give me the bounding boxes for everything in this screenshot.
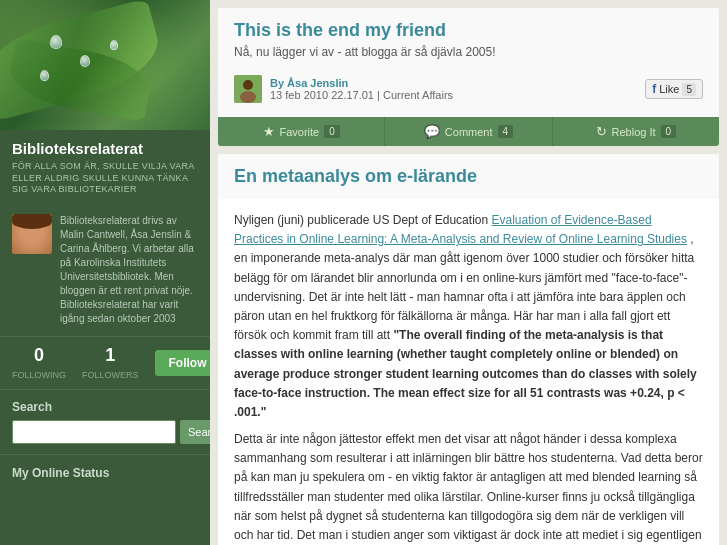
fb-like-1[interactable]: f Like 5: [645, 79, 703, 99]
blog-subtitle: FÖR ALLA SOM ÄR, SKULLE VILJA VARA ELLER…: [12, 161, 198, 196]
favorite-label-1: Favorite: [280, 126, 320, 138]
post-actions-1: ★ Favorite 0 💬 Comment 4 ↻ Reblog It 0: [218, 117, 719, 146]
fb-count-1: 5: [682, 83, 696, 96]
facebook-icon-1: f: [652, 82, 656, 96]
body-paragraph-2: Detta är inte någon jättestor effekt men…: [234, 430, 703, 545]
author-avatar-1: [234, 75, 262, 103]
post-title-1[interactable]: This is the end my friend: [234, 20, 703, 41]
online-status-label: My Online Status: [12, 466, 109, 480]
author-name-1[interactable]: By Åsa Jenslin: [270, 77, 348, 89]
following-count: 0: [12, 345, 66, 366]
sidebar-search-section: Search Search: [0, 390, 210, 455]
comment-button-1[interactable]: 💬 Comment 4: [385, 117, 552, 146]
fb-like-label-1: Like: [659, 83, 679, 95]
followers-label: FOLLOWERS: [82, 370, 139, 380]
favorite-button-1[interactable]: ★ Favorite 0: [218, 117, 385, 146]
blog-title: Biblioteksrelaterat: [12, 140, 198, 157]
post-author-1: By Åsa Jenslin 13 feb 2010 22.17.01 | Cu…: [234, 75, 453, 103]
search-input[interactable]: [12, 420, 176, 444]
following-stat: 0 FOLLOWING: [12, 345, 66, 381]
post-body-2: Nyligen (juni) publicerade US Dept of Ed…: [218, 199, 719, 545]
reblog-button-1[interactable]: ↻ Reblog It 0: [553, 117, 719, 146]
reblog-label-1: Reblog It: [612, 126, 656, 138]
body-intro-text: Nyligen (juni) publicerade US Dept of Ed…: [234, 213, 491, 227]
search-section-label: Search: [12, 400, 198, 414]
author-info-1: By Åsa Jenslin 13 feb 2010 22.17.01 | Cu…: [270, 77, 453, 101]
body-after-link: , en imponerande meta-analys där man gåt…: [234, 232, 697, 419]
post-date-1: 13 feb 2010 22.17.01 | Current Affairs: [270, 89, 453, 101]
sidebar: Biblioteksrelaterat FÖR ALLA SOM ÄR, SKU…: [0, 0, 210, 545]
post-excerpt-1: Nå, nu lägger vi av - att blogga är så d…: [234, 45, 703, 59]
favorite-count-1: 0: [324, 125, 340, 138]
following-label: FOLLOWING: [12, 370, 66, 380]
about-text: Biblioteksrelaterat drivs av Malin Cantw…: [60, 214, 198, 326]
main-content: This is the end my friend Nå, nu lägger …: [210, 0, 727, 545]
sidebar-hero-image: [0, 0, 210, 130]
post-header-1: This is the end my friend Nå, nu lägger …: [218, 8, 719, 117]
post-card-1: This is the end my friend Nå, nu lägger …: [218, 8, 719, 146]
reblog-icon-1: ↻: [596, 124, 607, 139]
followers-stat: 1 FOLLOWERS: [82, 345, 139, 381]
star-icon-1: ★: [263, 124, 275, 139]
post-meta-1: By Åsa Jenslin 13 feb 2010 22.17.01 | Cu…: [234, 69, 703, 109]
online-status-section: My Online Status: [0, 455, 210, 490]
svg-point-1: [243, 80, 253, 90]
comment-icon-1: 💬: [424, 124, 440, 139]
body-quote: "The overall finding of the meta-analysi…: [234, 328, 697, 419]
sidebar-title-block: Biblioteksrelaterat FÖR ALLA SOM ÄR, SKU…: [0, 130, 210, 204]
followers-count: 1: [82, 345, 139, 366]
post-card-2: En metaanalys om e-lärande Nyligen (juni…: [218, 154, 719, 545]
post-title-2[interactable]: En metaanalys om e-lärande: [234, 166, 703, 187]
comment-label-1: Comment: [445, 126, 493, 138]
sidebar-about: Biblioteksrelaterat drivs av Malin Cantw…: [0, 204, 210, 337]
sidebar-stats: 0 FOLLOWING 1 FOLLOWERS Follow: [0, 337, 210, 390]
avatar: [12, 214, 52, 254]
svg-point-2: [240, 91, 256, 103]
post-header-2: En metaanalys om e-lärande: [218, 154, 719, 199]
comment-count-1: 4: [498, 125, 514, 138]
body-paragraph-1: Nyligen (juni) publicerade US Dept of Ed…: [234, 211, 703, 422]
reblog-count-1: 0: [661, 125, 677, 138]
